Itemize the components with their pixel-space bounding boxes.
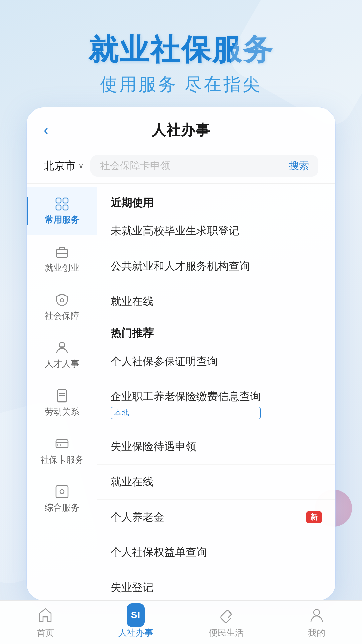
- handshake-icon: [217, 606, 235, 624]
- si-badge-icon: SI: [127, 606, 145, 624]
- list-item-text: 公共就业和人才服务机构查询: [111, 259, 250, 274]
- person-icon: [55, 340, 69, 355]
- list-item-text: 未就业高校毕业生求职登记: [111, 224, 239, 238]
- content-area: 常用服务 就业创业: [27, 184, 335, 600]
- svg-point-17: [60, 490, 64, 494]
- sidebar-item-employment[interactable]: 就业创业: [27, 235, 97, 283]
- list-item[interactable]: 企业职工养老保险缴费信息查询本地: [97, 379, 335, 429]
- sidebar-label-employment: 就业创业: [45, 262, 79, 274]
- shield-icon: [55, 292, 69, 307]
- sidebar-item-labor[interactable]: 劳动关系: [27, 379, 97, 427]
- list-item-text: 个人社保参保证明查询: [111, 354, 218, 369]
- card-icon: [55, 436, 69, 451]
- grid-icon: [55, 197, 69, 211]
- city-selector[interactable]: 北京市 ∨: [44, 159, 84, 173]
- city-label: 北京市: [44, 159, 76, 173]
- list-item-text: 个人养老金: [111, 510, 164, 525]
- nav-item-mine[interactable]: 我的: [272, 606, 362, 639]
- list-item[interactable]: 个人社保参保证明查询: [97, 344, 335, 379]
- sidebar-label-social: 社会保障: [45, 310, 79, 322]
- card-title: 人社办事: [152, 121, 210, 140]
- si-badge: SI: [127, 603, 145, 627]
- sidebar-label-talent: 人才人事: [45, 358, 79, 370]
- sidebar-item-social[interactable]: 社会保障: [27, 283, 97, 331]
- badge-new: 新: [306, 511, 322, 523]
- list-item[interactable]: 就业在线: [97, 465, 335, 500]
- section-title: 近期使用: [97, 189, 335, 214]
- sidebar-label-general: 综合服务: [45, 502, 79, 514]
- sidebar-item-talent[interactable]: 人才人事: [27, 331, 97, 379]
- sidebar-item-common[interactable]: 常用服务: [27, 187, 97, 235]
- list-item[interactable]: 公共就业和人才服务机构查询: [97, 249, 335, 284]
- home-icon: [36, 606, 54, 624]
- nav-item-home[interactable]: 首页: [0, 606, 90, 639]
- list-item[interactable]: 失业登记: [97, 570, 335, 600]
- list-item[interactable]: 个人养老金新: [97, 500, 335, 535]
- general-icon: [55, 484, 69, 499]
- list-item[interactable]: 失业保险待遇申领: [97, 429, 335, 465]
- svg-rect-3: [63, 205, 68, 210]
- nav-label-mine: 我的: [308, 627, 325, 639]
- svg-point-6: [60, 299, 64, 302]
- svg-rect-15: [58, 444, 60, 446]
- phone-card: ‹ 人社办事 北京市 ∨ 社会保障卡申领 搜索: [27, 107, 335, 600]
- right-content: 近期使用未就业高校毕业生求职登记公共就业和人才服务机构查询就业在线热门推荐个人社…: [97, 184, 335, 600]
- card-header: ‹ 人社办事: [27, 107, 335, 148]
- sidebar-label-labor: 劳动关系: [45, 406, 79, 418]
- nav-label-renshiban: 人社办事: [118, 627, 153, 639]
- svg-point-20: [314, 609, 320, 615]
- list-item-text: 就业在线: [111, 475, 154, 489]
- bottom-nav: 首页 SI 人社办事 便民生活 我的: [0, 600, 362, 644]
- svg-rect-13: [56, 440, 68, 448]
- list-item-content: 企业职工养老保险缴费信息查询本地: [111, 389, 261, 419]
- list-item-text: 个人社保权益单查询: [111, 545, 207, 560]
- search-area: 北京市 ∨ 社会保障卡申领 搜索: [27, 148, 335, 184]
- person-nav-icon: [308, 606, 326, 624]
- search-placeholder: 社会保障卡申领: [100, 159, 284, 173]
- section-title: 热门推荐: [97, 319, 335, 344]
- briefcase-icon: [55, 245, 69, 259]
- nav-label-life: 便民生活: [209, 627, 244, 639]
- sidebar-label-card: 社保卡服务: [40, 454, 84, 466]
- svg-rect-0: [56, 198, 61, 203]
- chevron-down-icon: ∨: [78, 162, 84, 170]
- sidebar-item-card[interactable]: 社保卡服务: [27, 427, 97, 475]
- nav-item-renshiban[interactable]: SI 人社办事: [90, 606, 181, 639]
- nav-item-life[interactable]: 便民生活: [181, 606, 272, 639]
- sidebar: 常用服务 就业创业: [27, 184, 97, 600]
- search-button[interactable]: 搜索: [289, 159, 309, 173]
- svg-rect-2: [56, 205, 61, 210]
- list-item[interactable]: 个人社保权益单查询: [97, 535, 335, 570]
- sidebar-item-general[interactable]: 综合服务: [27, 475, 97, 523]
- svg-rect-1: [63, 198, 68, 203]
- search-input-wrap[interactable]: 社会保障卡申领 搜索: [90, 155, 318, 177]
- list-item-text: 失业登记: [111, 580, 154, 595]
- document-icon: [55, 388, 69, 403]
- sidebar-label-common: 常用服务: [45, 214, 79, 226]
- badge-local: 本地: [111, 407, 261, 419]
- list-item[interactable]: 未就业高校毕业生求职登记: [97, 214, 335, 249]
- nav-label-home: 首页: [37, 627, 54, 639]
- list-item-text: 企业职工养老保险缴费信息查询: [111, 389, 261, 404]
- back-button[interactable]: ‹: [44, 123, 48, 138]
- list-item[interactable]: 就业在线: [97, 284, 335, 319]
- list-item-text: 失业保险待遇申领: [111, 439, 196, 454]
- list-item-text: 就业在线: [111, 294, 154, 309]
